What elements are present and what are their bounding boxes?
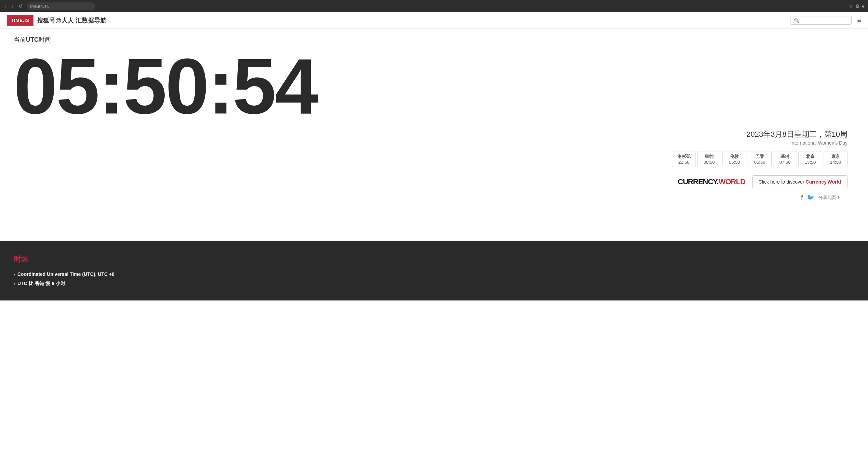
- currency-btn-brand: Currency.World: [805, 179, 841, 185]
- city-time-tokyo: 14:50: [829, 160, 842, 165]
- social-row: f 🐦 分享此页！: [801, 194, 848, 201]
- city-tokyo[interactable]: 東京 14:50: [824, 151, 848, 167]
- city-kyiv[interactable]: 基辅 07:50: [773, 151, 797, 167]
- currency-logo-black: CURRENCY.: [678, 177, 718, 186]
- city-name-paris: 巴黎: [753, 153, 767, 160]
- currency-world-logo: CURRENCY.WORLD: [678, 177, 745, 186]
- city-london[interactable]: 伦敦 05:50: [722, 151, 746, 167]
- city-time-beijing: 13:50: [803, 160, 817, 165]
- city-name-newyork: 纽约: [702, 153, 716, 160]
- bookmark-icon[interactable]: ☆: [849, 3, 853, 9]
- city-name-tokyo: 東京: [829, 153, 842, 160]
- facebook-icon[interactable]: f: [801, 194, 803, 201]
- header-right: ≡: [790, 16, 861, 25]
- footer-item-2-text: UTC 比 香港 慢 8 小时.: [17, 281, 67, 287]
- forward-button[interactable]: ›: [11, 3, 15, 10]
- browser-chrome: ‹ › ↺ time.is/UTC ☆ ⚙ ●: [0, 0, 868, 12]
- currency-btn-prefix: Click here to discover: [759, 179, 806, 185]
- date-line: 2023年3月8日星期三，第10周: [746, 129, 848, 139]
- logo-badge[interactable]: TIME.IS: [7, 15, 33, 26]
- profile-icon[interactable]: ●: [862, 3, 865, 9]
- menu-icon[interactable]: ≡: [857, 16, 861, 24]
- city-time-losangeles: 21:50: [677, 160, 691, 165]
- share-text: 分享此页！: [818, 195, 841, 201]
- city-name-beijing: 北京: [803, 153, 817, 160]
- back-button[interactable]: ‹: [3, 3, 8, 10]
- url-text: time.is/UTC: [30, 4, 49, 8]
- footer-section-title: 时区: [14, 254, 854, 265]
- city-name-kyiv: 基辅: [778, 153, 792, 160]
- utc-label-suffix: 时间：: [39, 36, 57, 43]
- city-row: 洛杉矶 21:50 纽约 00:50 伦敦 05:50 巴黎 06:50 基辅 …: [672, 151, 848, 167]
- url-bar[interactable]: time.is/UTC: [27, 2, 95, 10]
- city-time-london: 05:50: [728, 160, 741, 165]
- currency-discover-button[interactable]: Click here to discover Currency.World: [752, 175, 848, 188]
- site-header: TIME.IS 搜狐号@人人 汇数据导航 ≡: [0, 12, 868, 29]
- refresh-button[interactable]: ↺: [17, 3, 24, 10]
- city-beijing[interactable]: 北京 13:50: [798, 151, 822, 167]
- search-input[interactable]: [790, 16, 852, 25]
- site-title: 搜狐号@人人 汇数据导航: [37, 16, 106, 25]
- city-time-paris: 06:50: [753, 160, 767, 165]
- right-section: 2023年3月8日星期三，第10周 International Women's …: [14, 129, 854, 201]
- utc-label-prefix: 当前: [14, 36, 26, 43]
- footer-item-1-text: Coordinated Universal Time (UTC), UTC +0: [17, 271, 114, 277]
- holiday-line: International Women's Day: [790, 140, 848, 146]
- city-newyork[interactable]: 纽约 00:50: [697, 151, 721, 167]
- city-paris[interactable]: 巴黎 06:50: [748, 151, 772, 167]
- footer-list-item-1: Coordinated Universal Time (UTC), UTC +0: [14, 271, 854, 277]
- extension-icon[interactable]: ⚙: [855, 3, 860, 9]
- currency-row: CURRENCY.WORLD Click here to discover Cu…: [678, 175, 848, 188]
- logo-block: TIME.IS 搜狐号@人人 汇数据导航: [7, 15, 106, 26]
- clock-display: 05:50:54: [14, 47, 854, 126]
- browser-toolbar: ☆ ⚙ ●: [849, 3, 865, 9]
- city-name-losangeles: 洛杉矶: [677, 153, 691, 160]
- footer-list-item-2: UTC 比 香港 慢 8 小时.: [14, 281, 854, 287]
- city-time-newyork: 00:50: [702, 160, 716, 165]
- footer-list: Coordinated Universal Time (UTC), UTC +0…: [14, 271, 854, 287]
- city-name-london: 伦敦: [728, 153, 741, 160]
- currency-logo-red: WORLD: [718, 177, 745, 186]
- city-losangeles[interactable]: 洛杉矶 21:50: [672, 151, 696, 167]
- city-time-kyiv: 07:50: [778, 160, 792, 165]
- utc-label-bold: UTC: [26, 36, 39, 43]
- twitter-icon[interactable]: 🐦: [807, 194, 814, 201]
- site-footer: 时区 Coordinated Universal Time (UTC), UTC…: [0, 241, 868, 300]
- main-content: 当前UTC时间： 05:50:54 2023年3月8日星期三，第10周 Inte…: [0, 29, 868, 241]
